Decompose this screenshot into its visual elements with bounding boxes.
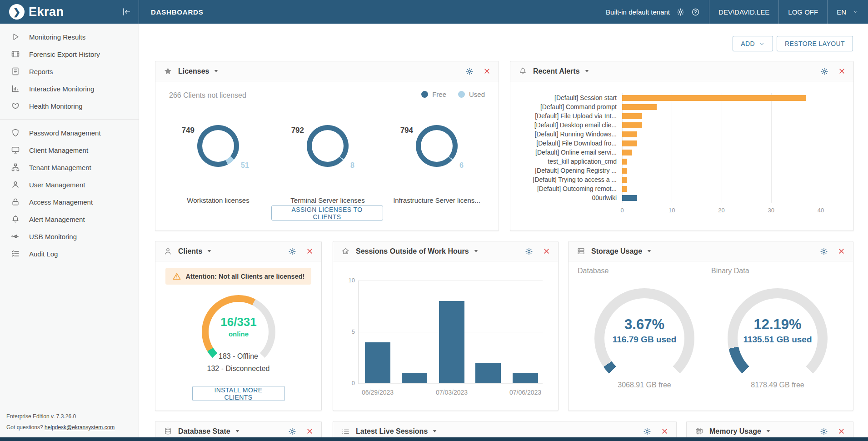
license-warning-banner: Attention: Not all Clients are licensed! [165,268,311,285]
sidebar-item-forensic-export-history[interactable]: Forensic Export History [0,45,139,63]
widget-settings-gear-icon[interactable] [643,427,651,436]
recent-alerts-widget: Recent Alerts [Default] Session start[De… [510,61,854,231]
sidebar-item-client-management[interactable]: Client Management [0,141,139,159]
alert-bar [622,159,627,165]
sidebar-item-password-management[interactable]: Password Management [0,124,139,141]
widget-close-icon[interactable] [484,68,490,75]
widget-settings-gear-icon[interactable] [820,427,828,436]
alert-label: [Default] Online email servi... [510,149,619,156]
current-user[interactable]: DEV\DAVID.LEE [718,8,769,16]
widget-close-icon[interactable] [306,428,313,435]
widget-close-icon[interactable] [306,248,313,255]
used-count: 6 [459,161,464,170]
person-icon [164,247,172,256]
clients-not-licensed-text: 266 Clients not licensed [169,91,246,100]
sidebar-item-tenant-management[interactable]: Tenant Management [0,159,139,176]
recent-alerts-title-dropdown[interactable]: Recent Alerts [533,67,590,75]
sidebar-item-interactive-monitoring[interactable]: Interactive Monitoring [0,80,139,97]
alert-label: [Default] Trying to access a ... [510,176,619,183]
alert-row: 00urlwiki [510,193,853,202]
sidebar-item-audit-log[interactable]: Audit Log [0,245,139,262]
licenses-legend: Free Used [421,90,485,98]
x-tick-label: 07/03/2023 [427,389,477,396]
assign-licenses-button[interactable]: ASSIGN LICENSES TO CLIENTS [271,205,383,220]
storage-title-dropdown[interactable]: Storage Usage [591,247,652,256]
database-usage-gauge: 3.67% 116.79 GB used [594,288,694,388]
heart-icon [11,101,20,110]
widget-close-icon[interactable] [838,68,845,75]
collapse-sidebar-icon[interactable] [121,7,131,17]
latest-live-sessions-title-dropdown[interactable]: Latest Live Sessions [356,427,438,436]
widget-close-icon[interactable] [838,248,845,255]
chevron-down-icon [853,9,859,15]
bell-icon [519,67,527,75]
alert-row: [Default] Desktop email clie... [510,120,853,130]
alert-row: test_kill application_cmd [510,157,853,166]
session-bar [402,373,427,383]
widget-settings-gear-icon[interactable] [820,247,828,256]
sidebar-item-label: Tenant Management [29,164,91,171]
widget-settings-gear-icon[interactable] [288,247,296,256]
db-usage-percent: 3.67% [594,316,694,333]
sessions-title-dropdown[interactable]: Sessions Outside of Work Hours [356,247,479,256]
clients-title-dropdown[interactable]: Clients [178,247,212,256]
shield-icon [11,128,20,137]
nav-dashboards[interactable]: DASHBOARDS [139,0,204,24]
memory-usage-title-dropdown[interactable]: Memory Usage [709,427,771,436]
sidebar-item-reports[interactable]: Reports [0,63,139,80]
alert-bar [622,186,627,192]
alert-label: test_kill application_cmd [510,158,619,165]
license-type-label: Infrastructure Server licens... [387,196,487,204]
widget-settings-gear-icon[interactable] [525,247,533,256]
sidebar-item-health-monitoring[interactable]: Health Monitoring [0,97,139,115]
language-selector[interactable]: EN [837,8,846,16]
alert-row: [Default] Trying to access a ... [510,175,853,184]
sessions-widget: Sessions Outside of Work Hours 051006/29… [333,241,559,411]
chevron-down-icon [646,248,652,254]
widget-settings-gear-icon[interactable] [465,67,474,75]
widget-close-icon[interactable] [543,248,550,255]
helpdesk-link[interactable]: helpdesk@ekransystem.com [45,424,115,431]
audit-icon [11,249,20,258]
sidebar-item-access-management[interactable]: Access Management [0,193,139,210]
licenses-title-dropdown[interactable]: Licenses [178,67,219,75]
help-icon[interactable] [691,8,700,16]
logo-area: ❯ Ekran [0,0,139,24]
add-widget-button[interactable]: ADD [733,36,773,51]
sidebar-item-user-management[interactable]: User Management [0,176,139,193]
restore-layout-button[interactable]: RESTORE LAYOUT [777,36,853,51]
language-section[interactable]: EN [827,0,868,24]
alert-label: [Default] Outcoming remot... [510,185,619,192]
alert-row: [Default] Running Windows... [510,130,853,139]
log-off-button[interactable]: LOG OFF [788,8,818,16]
widget-settings-gear-icon[interactable] [820,67,828,75]
gridline [358,281,543,281]
bottom-strip [0,437,868,441]
sidebar-item-usb-monitoring[interactable]: USB Monitoring [0,228,139,245]
x-tick-label: 20 [715,207,728,214]
clients-widget-header: Clients [155,241,321,261]
x-tick-label: 07/06/2023 [500,389,550,396]
tenant-settings-gear-icon[interactable] [676,8,685,16]
clients-widget: Clients Attention: Not all Clients are l… [155,241,322,411]
alert-row: [Default] Command prompt [510,102,853,111]
warning-triangle-icon [172,272,181,281]
database-state-title-dropdown[interactable]: Database State [178,427,240,436]
binary-free-gb: 8178.49 GB free [728,381,828,389]
sidebar-item-label: Reports [29,68,53,75]
user-icon [11,180,20,189]
storage-binary-label: Binary Data [711,267,749,275]
x-tick-label: 40 [814,207,828,214]
widget-settings-gear-icon[interactable] [288,427,296,436]
sidebar-item-alert-management[interactable]: Alert Management [0,210,139,228]
brand-text: Ekran [29,5,64,19]
user-section[interactable]: DEV\DAVID.LEE [709,0,778,24]
db-used-gb: 116.79 GB used [594,335,694,345]
logoff-section[interactable]: LOG OFF [778,0,827,24]
widget-close-icon[interactable] [661,428,668,435]
sidebar-item-monitoring-results[interactable]: Monitoring Results [0,28,139,45]
install-more-clients-button[interactable]: INSTALL MORE CLIENTS [192,386,285,401]
widget-close-icon[interactable] [838,428,845,435]
report-icon [11,67,20,76]
alert-bar [622,113,642,119]
